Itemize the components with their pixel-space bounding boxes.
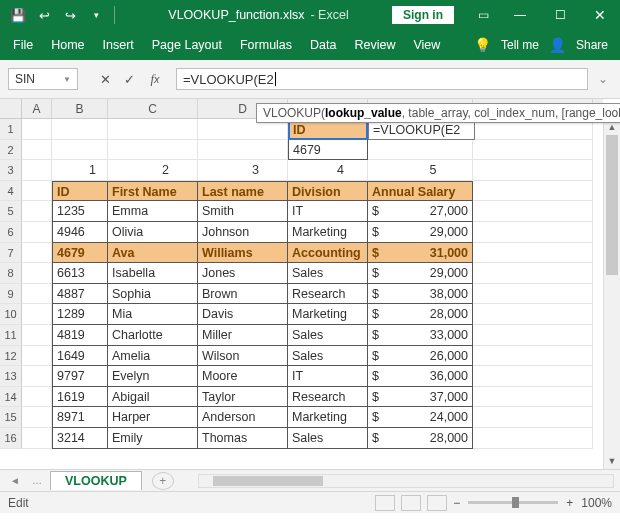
cell-last-name[interactable]: Moore: [198, 366, 288, 387]
row-header[interactable]: 11: [0, 325, 22, 346]
cell-salary[interactable]: $33,000: [368, 325, 473, 346]
table-row[interactable]: 4946OliviaJohnsonMarketing$29,000: [22, 222, 603, 243]
col-index[interactable]: 2: [108, 160, 198, 181]
cell-division[interactable]: IT: [288, 201, 368, 222]
cell-division[interactable]: Sales: [288, 428, 368, 449]
col-header[interactable]: B: [52, 99, 108, 119]
row-header[interactable]: 14: [0, 387, 22, 408]
ribbon-options-icon[interactable]: ▭: [466, 8, 500, 22]
cell-id[interactable]: 4679: [52, 243, 108, 264]
row-header[interactable]: 12: [0, 346, 22, 367]
cell-first-name[interactable]: Harper: [108, 407, 198, 428]
table-row[interactable]: 1619AbigailTaylorResearch$37,000: [22, 387, 603, 408]
cell-division[interactable]: Sales: [288, 346, 368, 367]
cell-id[interactable]: 3214: [52, 428, 108, 449]
cell-id[interactable]: 6613: [52, 263, 108, 284]
zoom-level[interactable]: 100%: [581, 496, 612, 510]
save-icon[interactable]: 💾: [6, 3, 30, 27]
vertical-scrollbar[interactable]: ▲ ▼: [603, 119, 620, 469]
cell-division[interactable]: Research: [288, 387, 368, 408]
sheet-nav-prev-icon[interactable]: ◄: [6, 475, 24, 486]
row-header[interactable]: 1: [0, 119, 22, 140]
cell-last-name[interactable]: Smith: [198, 201, 288, 222]
cell-last-name[interactable]: Johnson: [198, 222, 288, 243]
sheet-tab-active[interactable]: VLOOKUP: [50, 471, 142, 490]
cell-division[interactable]: Research: [288, 284, 368, 305]
row-header[interactable]: 2: [0, 140, 22, 161]
cell-id[interactable]: 1619: [52, 387, 108, 408]
cell-first-name[interactable]: Ava: [108, 243, 198, 264]
lookup-formula-cell[interactable]: [368, 140, 473, 161]
col-index[interactable]: 4: [288, 160, 368, 181]
cell-id[interactable]: 4887: [52, 284, 108, 305]
table-row[interactable]: 4819CharlotteMillerSales$33,000: [22, 325, 603, 346]
cell-first-name[interactable]: Emma: [108, 201, 198, 222]
cell-first-name[interactable]: Amelia: [108, 346, 198, 367]
cell-id[interactable]: 1235: [52, 201, 108, 222]
formula-input[interactable]: =VLOOKUP(E2: [176, 68, 588, 90]
table-header-division[interactable]: Division: [288, 181, 368, 202]
row-header[interactable]: 3: [0, 160, 22, 181]
name-box-dropdown-icon[interactable]: ▼: [63, 75, 71, 84]
cell-first-name[interactable]: Sophia: [108, 284, 198, 305]
cell-first-name[interactable]: Mia: [108, 304, 198, 325]
cell-last-name[interactable]: Brown: [198, 284, 288, 305]
row-header[interactable]: 16: [0, 428, 22, 449]
cell-salary[interactable]: $37,000: [368, 387, 473, 408]
cell-last-name[interactable]: Miller: [198, 325, 288, 346]
tab-page-layout[interactable]: Page Layout: [143, 30, 231, 60]
horizontal-scrollbar[interactable]: [198, 474, 614, 488]
cell-first-name[interactable]: Olivia: [108, 222, 198, 243]
cell-division[interactable]: Sales: [288, 263, 368, 284]
row-header[interactable]: 5: [0, 201, 22, 222]
insert-function-icon[interactable]: fx: [144, 68, 166, 90]
table-row[interactable]: 6613IsabellaJonesSales$29,000: [22, 263, 603, 284]
select-all-corner[interactable]: [0, 99, 22, 119]
cell-first-name[interactable]: Emily: [108, 428, 198, 449]
cell-salary[interactable]: $26,000: [368, 346, 473, 367]
cell-id[interactable]: 4946: [52, 222, 108, 243]
row-header[interactable]: 8: [0, 263, 22, 284]
tab-home[interactable]: Home: [42, 30, 93, 60]
normal-view-icon[interactable]: [375, 495, 395, 511]
cell-last-name[interactable]: Jones: [198, 263, 288, 284]
row-header[interactable]: 13: [0, 366, 22, 387]
table-row[interactable]: 4679AvaWilliamsAccounting$31,000: [22, 243, 603, 264]
cell-id[interactable]: 8971: [52, 407, 108, 428]
lookup-id-cell[interactable]: 4679: [288, 140, 368, 161]
cell-id[interactable]: 1649: [52, 346, 108, 367]
page-layout-view-icon[interactable]: [401, 495, 421, 511]
cell-salary[interactable]: $38,000: [368, 284, 473, 305]
row-header[interactable]: 9: [0, 284, 22, 305]
cell-last-name[interactable]: Williams: [198, 243, 288, 264]
cell-id[interactable]: 1289: [52, 304, 108, 325]
sign-in-button[interactable]: Sign in: [392, 6, 454, 24]
cell-division[interactable]: Marketing: [288, 222, 368, 243]
minimize-button[interactable]: —: [500, 0, 540, 30]
col-index[interactable]: 5: [368, 160, 473, 181]
cell-last-name[interactable]: Thomas: [198, 428, 288, 449]
cell-salary[interactable]: $28,000: [368, 304, 473, 325]
tellme-icon[interactable]: 💡: [474, 37, 491, 53]
cell-first-name[interactable]: Charlotte: [108, 325, 198, 346]
cell-division[interactable]: Marketing: [288, 304, 368, 325]
tab-view[interactable]: View: [404, 30, 449, 60]
tab-review[interactable]: Review: [345, 30, 404, 60]
redo-icon[interactable]: ↪: [58, 3, 82, 27]
close-button[interactable]: ✕: [580, 0, 620, 30]
undo-icon[interactable]: ↩: [32, 3, 56, 27]
table-row[interactable]: 8971HarperAndersonMarketing$24,000: [22, 407, 603, 428]
col-header[interactable]: A: [22, 99, 52, 119]
cell-salary[interactable]: $29,000: [368, 222, 473, 243]
tab-insert[interactable]: Insert: [94, 30, 143, 60]
cell-last-name[interactable]: Anderson: [198, 407, 288, 428]
col-header[interactable]: C: [108, 99, 198, 119]
cell-last-name[interactable]: Wilson: [198, 346, 288, 367]
row-header[interactable]: 6: [0, 222, 22, 243]
table-row[interactable]: 1649AmeliaWilsonSales$26,000: [22, 346, 603, 367]
cell-division[interactable]: Marketing: [288, 407, 368, 428]
new-sheet-button[interactable]: +: [152, 472, 174, 490]
tab-data[interactable]: Data: [301, 30, 345, 60]
table-row[interactable]: 3214EmilyThomasSales$28,000: [22, 428, 603, 449]
table-header-first[interactable]: First Name: [108, 181, 198, 202]
